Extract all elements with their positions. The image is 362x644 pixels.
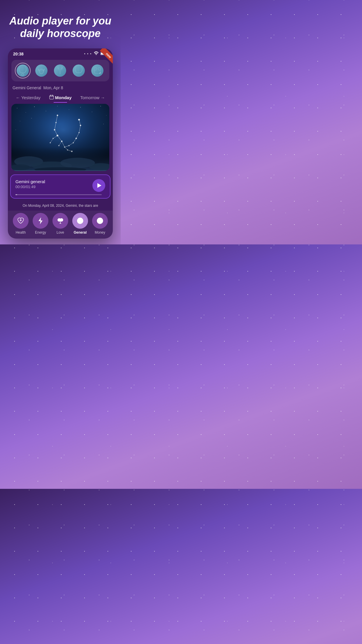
svg-point-46 — [57, 115, 58, 116]
progress-track — [15, 194, 102, 195]
progress-bar[interactable] — [15, 194, 102, 195]
svg-point-18 — [34, 106, 35, 107]
audio-controls: Gemini general 00:00/01:49 — [15, 179, 105, 192]
svg-point-54 — [68, 145, 70, 146]
subtitle-row: Gemini General Mon, Apr 8 — [8, 84, 113, 92]
svg-point-48 — [54, 129, 55, 131]
svg-rect-13 — [52, 95, 53, 96]
zodiac-aries[interactable] — [52, 63, 68, 78]
love-icon-circle — [52, 213, 68, 229]
zodiac-figure-gemini — [17, 64, 29, 77]
svg-point-19 — [46, 111, 46, 111]
health-icon-circle — [13, 213, 29, 229]
svg-point-58 — [80, 125, 81, 126]
svg-point-4 — [39, 70, 43, 74]
love-label: Love — [57, 230, 64, 235]
energy-icon-circle — [33, 213, 48, 229]
svg-point-23 — [92, 112, 92, 112]
svg-point-62 — [58, 145, 59, 146]
new-badge-label: new — [100, 48, 113, 64]
svg-point-61 — [50, 142, 51, 144]
svg-point-60 — [52, 138, 54, 139]
day-nav: ← Yesterday Monday Tomorrow → — [8, 92, 113, 104]
svg-rect-11 — [50, 95, 54, 99]
svg-point-21 — [69, 110, 69, 110]
calendar-icon — [49, 95, 54, 100]
svg-point-29 — [103, 124, 104, 125]
svg-point-17 — [26, 112, 26, 113]
audio-title: Gemini general — [15, 179, 92, 184]
svg-point-15 — [29, 107, 98, 153]
svg-rect-12 — [50, 95, 51, 96]
progress-fill — [15, 194, 17, 195]
svg-point-59 — [78, 119, 80, 121]
svg-text:$: $ — [99, 219, 101, 223]
arrow-right-icon: → — [101, 95, 105, 100]
nav-tomorrow[interactable]: Tomorrow → — [80, 95, 105, 100]
category-general[interactable]: General — [72, 213, 88, 235]
horoscope-text: On Monday, April 08, 2024, Gemini, the s… — [8, 202, 113, 211]
nav-monday[interactable]: Monday — [49, 95, 72, 100]
dots-icon: • • • — [84, 52, 92, 55]
svg-point-3 — [22, 74, 24, 76]
nav-yesterday[interactable]: ← Yesterday — [16, 95, 41, 100]
general-icon-circle — [72, 213, 88, 229]
category-tabs: Health Energy — [8, 211, 113, 239]
svg-point-56 — [75, 138, 77, 139]
svg-point-20 — [57, 106, 58, 106]
play-button[interactable] — [92, 179, 105, 192]
zodiac-figure-gemini2 — [73, 64, 85, 77]
svg-point-28 — [15, 130, 16, 130]
svg-point-22 — [80, 107, 81, 108]
svg-point-6 — [61, 66, 63, 68]
audio-player: Gemini general 00:00/01:49 — [10, 174, 110, 199]
zodiac-gemini2[interactable] — [71, 63, 87, 78]
audio-time: 00:00/01:49 — [15, 185, 92, 189]
hero-title: Audio player for you daily horoscope — [6, 15, 115, 40]
category-love[interactable]: Love — [52, 213, 68, 235]
zodiac-figure-taurus — [35, 64, 48, 77]
energy-label: Energy — [35, 230, 46, 235]
money-label: Money — [95, 230, 105, 235]
play-icon — [97, 183, 101, 188]
category-health[interactable]: Health — [13, 213, 29, 235]
svg-point-50 — [61, 141, 62, 142]
constellation-image — [11, 104, 109, 171]
general-label: General — [74, 230, 87, 235]
arrow-left-icon: ← — [16, 95, 20, 100]
zodiac-figure-aries — [54, 64, 66, 77]
phone-mockup: new 20:38 • • • — [8, 48, 113, 239]
status-time: 20:38 — [13, 52, 24, 56]
svg-point-26 — [20, 121, 20, 121]
svg-point-25 — [106, 115, 107, 116]
zodiac-taurus[interactable] — [34, 63, 49, 78]
svg-point-57 — [78, 132, 80, 133]
category-money[interactable]: $ Money — [92, 213, 108, 235]
health-label: Health — [16, 230, 26, 235]
svg-point-49 — [57, 135, 58, 136]
new-badge: new — [92, 48, 113, 69]
zodiac-gemini-active[interactable] — [15, 63, 31, 78]
zodiac-subtitle: Gemini General Mon, Apr 8 — [13, 85, 63, 90]
svg-marker-72 — [38, 217, 43, 224]
svg-point-5 — [57, 66, 59, 68]
svg-point-16 — [17, 108, 17, 108]
svg-point-27 — [31, 118, 32, 119]
money-icon-circle: $ — [92, 213, 108, 229]
svg-point-47 — [55, 122, 57, 123]
svg-point-24 — [101, 106, 101, 106]
category-energy[interactable]: Energy — [33, 213, 48, 235]
svg-point-55 — [73, 142, 74, 144]
